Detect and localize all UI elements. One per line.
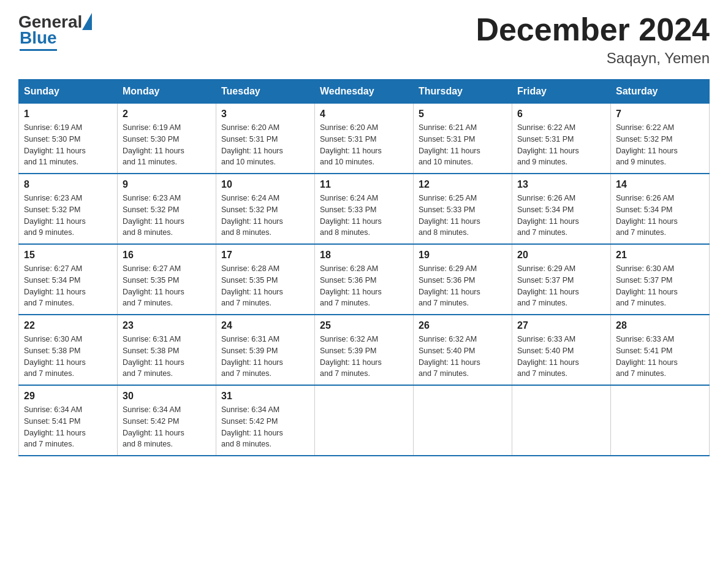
day-number: 29 xyxy=(24,391,112,402)
day-info: Sunrise: 6:32 AM Sunset: 5:40 PM Dayligh… xyxy=(419,334,507,380)
calendar-cell: 19 Sunrise: 6:29 AM Sunset: 5:36 PM Dayl… xyxy=(414,244,512,315)
day-number: 8 xyxy=(24,179,112,190)
calendar-cell: 30 Sunrise: 6:34 AM Sunset: 5:42 PM Dayl… xyxy=(118,385,216,456)
day-info: Sunrise: 6:30 AM Sunset: 5:38 PM Dayligh… xyxy=(24,334,112,380)
day-number: 14 xyxy=(616,179,704,190)
calendar-cell: 14 Sunrise: 6:26 AM Sunset: 5:34 PM Dayl… xyxy=(611,174,710,244)
calendar-cell: 8 Sunrise: 6:23 AM Sunset: 5:32 PM Dayli… xyxy=(19,174,118,244)
day-info: Sunrise: 6:23 AM Sunset: 5:32 PM Dayligh… xyxy=(24,193,112,239)
day-number: 22 xyxy=(24,320,112,331)
day-info: Sunrise: 6:33 AM Sunset: 5:41 PM Dayligh… xyxy=(616,334,704,380)
day-info: Sunrise: 6:23 AM Sunset: 5:32 PM Dayligh… xyxy=(123,193,211,239)
logo-blue-text: Blue xyxy=(20,28,57,51)
column-header-monday: Monday xyxy=(118,80,216,104)
day-info: Sunrise: 6:27 AM Sunset: 5:34 PM Dayligh… xyxy=(24,263,112,309)
day-info: Sunrise: 6:22 AM Sunset: 5:32 PM Dayligh… xyxy=(616,122,704,168)
calendar-cell: 26 Sunrise: 6:32 AM Sunset: 5:40 PM Dayl… xyxy=(414,315,512,385)
day-number: 26 xyxy=(419,320,507,331)
calendar-cell: 20 Sunrise: 6:29 AM Sunset: 5:37 PM Dayl… xyxy=(512,244,611,315)
calendar-cell: 4 Sunrise: 6:20 AM Sunset: 5:31 PM Dayli… xyxy=(315,104,414,174)
day-info: Sunrise: 6:29 AM Sunset: 5:37 PM Dayligh… xyxy=(517,263,605,309)
day-number: 10 xyxy=(221,179,309,190)
day-info: Sunrise: 6:19 AM Sunset: 5:30 PM Dayligh… xyxy=(123,122,211,168)
day-info: Sunrise: 6:33 AM Sunset: 5:40 PM Dayligh… xyxy=(517,334,605,380)
day-info: Sunrise: 6:25 AM Sunset: 5:33 PM Dayligh… xyxy=(419,193,507,239)
calendar-cell: 21 Sunrise: 6:30 AM Sunset: 5:37 PM Dayl… xyxy=(611,244,710,315)
calendar-cell: 22 Sunrise: 6:30 AM Sunset: 5:38 PM Dayl… xyxy=(19,315,118,385)
day-number: 15 xyxy=(24,250,112,261)
calendar-week-4: 22 Sunrise: 6:30 AM Sunset: 5:38 PM Dayl… xyxy=(19,315,710,385)
day-number: 13 xyxy=(517,179,605,190)
logo-triangle-icon xyxy=(82,13,92,30)
day-number: 23 xyxy=(123,320,211,331)
day-number: 4 xyxy=(320,109,408,120)
day-info: Sunrise: 6:22 AM Sunset: 5:31 PM Dayligh… xyxy=(517,122,605,168)
calendar-cell: 1 Sunrise: 6:19 AM Sunset: 5:30 PM Dayli… xyxy=(19,104,118,174)
logo: General Blue xyxy=(18,12,92,51)
calendar-cell: 28 Sunrise: 6:33 AM Sunset: 5:41 PM Dayl… xyxy=(611,315,710,385)
calendar-cell: 3 Sunrise: 6:20 AM Sunset: 5:31 PM Dayli… xyxy=(216,104,315,174)
calendar-cell: 27 Sunrise: 6:33 AM Sunset: 5:40 PM Dayl… xyxy=(512,315,611,385)
day-info: Sunrise: 6:29 AM Sunset: 5:36 PM Dayligh… xyxy=(419,263,507,309)
day-number: 20 xyxy=(517,250,605,261)
day-number: 12 xyxy=(419,179,507,190)
column-header-sunday: Sunday xyxy=(19,80,118,104)
day-number: 31 xyxy=(221,391,309,402)
calendar-week-1: 1 Sunrise: 6:19 AM Sunset: 5:30 PM Dayli… xyxy=(19,104,710,174)
day-number: 2 xyxy=(123,109,211,120)
day-number: 17 xyxy=(221,250,309,261)
calendar-cell: 16 Sunrise: 6:27 AM Sunset: 5:35 PM Dayl… xyxy=(118,244,216,315)
page-header: General Blue December 2024 Saqayn, Yemen xyxy=(18,12,710,67)
day-info: Sunrise: 6:20 AM Sunset: 5:31 PM Dayligh… xyxy=(320,122,408,168)
day-info: Sunrise: 6:26 AM Sunset: 5:34 PM Dayligh… xyxy=(616,193,704,239)
calendar-cell: 25 Sunrise: 6:32 AM Sunset: 5:39 PM Dayl… xyxy=(315,315,414,385)
column-header-saturday: Saturday xyxy=(611,80,710,104)
calendar-cell: 13 Sunrise: 6:26 AM Sunset: 5:34 PM Dayl… xyxy=(512,174,611,244)
day-number: 19 xyxy=(419,250,507,261)
day-info: Sunrise: 6:28 AM Sunset: 5:35 PM Dayligh… xyxy=(221,263,309,309)
calendar-cell: 17 Sunrise: 6:28 AM Sunset: 5:35 PM Dayl… xyxy=(216,244,315,315)
day-info: Sunrise: 6:24 AM Sunset: 5:32 PM Dayligh… xyxy=(221,193,309,239)
day-info: Sunrise: 6:21 AM Sunset: 5:31 PM Dayligh… xyxy=(419,122,507,168)
day-number: 9 xyxy=(123,179,211,190)
day-info: Sunrise: 6:19 AM Sunset: 5:30 PM Dayligh… xyxy=(24,122,112,168)
day-number: 21 xyxy=(616,250,704,261)
day-number: 6 xyxy=(517,109,605,120)
calendar-cell: 7 Sunrise: 6:22 AM Sunset: 5:32 PM Dayli… xyxy=(611,104,710,174)
day-info: Sunrise: 6:31 AM Sunset: 5:39 PM Dayligh… xyxy=(221,334,309,380)
day-number: 25 xyxy=(320,320,408,331)
calendar-cell: 5 Sunrise: 6:21 AM Sunset: 5:31 PM Dayli… xyxy=(414,104,512,174)
day-info: Sunrise: 6:34 AM Sunset: 5:41 PM Dayligh… xyxy=(24,404,112,450)
day-number: 7 xyxy=(616,109,704,120)
day-number: 27 xyxy=(517,320,605,331)
day-number: 5 xyxy=(419,109,507,120)
calendar-cell: 12 Sunrise: 6:25 AM Sunset: 5:33 PM Dayl… xyxy=(414,174,512,244)
calendar-cell: 29 Sunrise: 6:34 AM Sunset: 5:41 PM Dayl… xyxy=(19,385,118,456)
calendar-cell: 15 Sunrise: 6:27 AM Sunset: 5:34 PM Dayl… xyxy=(19,244,118,315)
day-info: Sunrise: 6:32 AM Sunset: 5:39 PM Dayligh… xyxy=(320,334,408,380)
day-number: 24 xyxy=(221,320,309,331)
calendar-cell xyxy=(512,385,611,456)
day-info: Sunrise: 6:31 AM Sunset: 5:38 PM Dayligh… xyxy=(123,334,211,380)
calendar-body: 1 Sunrise: 6:19 AM Sunset: 5:30 PM Dayli… xyxy=(19,104,710,456)
calendar-cell: 6 Sunrise: 6:22 AM Sunset: 5:31 PM Dayli… xyxy=(512,104,611,174)
day-number: 18 xyxy=(320,250,408,261)
day-info: Sunrise: 6:24 AM Sunset: 5:33 PM Dayligh… xyxy=(320,193,408,239)
day-info: Sunrise: 6:28 AM Sunset: 5:36 PM Dayligh… xyxy=(320,263,408,309)
day-info: Sunrise: 6:20 AM Sunset: 5:31 PM Dayligh… xyxy=(221,122,309,168)
day-number: 16 xyxy=(123,250,211,261)
calendar-table: SundayMondayTuesdayWednesdayThursdayFrid… xyxy=(18,79,710,456)
calendar-title: December 2024 xyxy=(476,12,710,47)
calendar-header-row: SundayMondayTuesdayWednesdayThursdayFrid… xyxy=(19,80,710,104)
calendar-cell: 23 Sunrise: 6:31 AM Sunset: 5:38 PM Dayl… xyxy=(118,315,216,385)
day-number: 1 xyxy=(24,109,112,120)
calendar-cell xyxy=(414,385,512,456)
calendar-cell: 9 Sunrise: 6:23 AM Sunset: 5:32 PM Dayli… xyxy=(118,174,216,244)
column-header-friday: Friday xyxy=(512,80,611,104)
calendar-cell: 2 Sunrise: 6:19 AM Sunset: 5:30 PM Dayli… xyxy=(118,104,216,174)
calendar-subtitle: Saqayn, Yemen xyxy=(476,50,710,67)
day-info: Sunrise: 6:30 AM Sunset: 5:37 PM Dayligh… xyxy=(616,263,704,309)
day-info: Sunrise: 6:26 AM Sunset: 5:34 PM Dayligh… xyxy=(517,193,605,239)
column-header-tuesday: Tuesday xyxy=(216,80,315,104)
calendar-cell: 10 Sunrise: 6:24 AM Sunset: 5:32 PM Dayl… xyxy=(216,174,315,244)
